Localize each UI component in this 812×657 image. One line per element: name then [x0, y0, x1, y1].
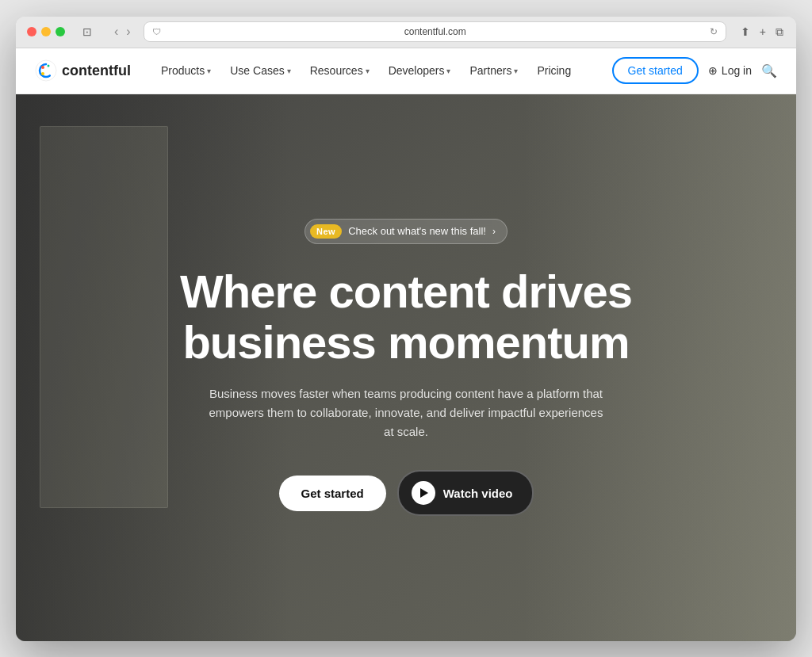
- watch-video-button[interactable]: Watch video: [397, 470, 534, 516]
- new-badge-label: New: [310, 224, 342, 239]
- badge-description: Check out what's new this fall!: [348, 225, 486, 237]
- hero-title: Where content drives business momentum: [180, 266, 632, 368]
- hero-get-started-button[interactable]: Get started: [279, 476, 386, 511]
- address-bar[interactable]: 🛡 contentful.com ↻: [144, 21, 726, 42]
- nav-actions: Get started ⊕ Log in 🔍: [612, 57, 777, 84]
- new-tab-button[interactable]: +: [758, 24, 768, 40]
- url-text: contentful.com: [166, 26, 705, 37]
- browser-controls: ⊡: [76, 23, 98, 40]
- close-button[interactable]: [27, 27, 36, 36]
- svg-point-2: [41, 72, 44, 75]
- chevron-down-icon: ▾: [446, 67, 450, 75]
- chevron-down-icon: ▾: [207, 67, 211, 75]
- navbar: contentful Products ▾ Use Cases ▾ Resour…: [16, 48, 796, 94]
- svg-point-1: [41, 66, 44, 69]
- hero-section: New Check out what's new this fall! › Wh…: [16, 94, 796, 641]
- play-icon: [412, 481, 435, 505]
- nav-use-cases[interactable]: Use Cases ▾: [222, 59, 298, 82]
- nav-resources[interactable]: Resources ▾: [302, 59, 377, 82]
- chevron-down-icon: ▾: [366, 67, 370, 75]
- nav-links: Products ▾ Use Cases ▾ Resources ▾ Devel…: [153, 59, 612, 82]
- play-triangle-icon: [420, 488, 428, 498]
- nav-developers[interactable]: Developers ▾: [381, 59, 459, 82]
- sidebar-toggle-button[interactable]: ⊡: [76, 23, 98, 40]
- browser-window: ⊡ ‹ › 🛡 contentful.com ↻ ⬆ + ⧉: [16, 17, 796, 641]
- search-icon[interactable]: 🔍: [761, 63, 777, 78]
- forward-button[interactable]: ›: [123, 23, 133, 40]
- new-badge-banner[interactable]: New Check out what's new this fall! ›: [304, 219, 508, 244]
- hero-buttons: Get started Watch video: [180, 470, 632, 516]
- nav-buttons: ‹ ›: [111, 23, 134, 40]
- browser-titlebar: ⊡ ‹ › 🛡 contentful.com ↻ ⬆ + ⧉: [16, 17, 796, 48]
- login-button[interactable]: ⊕ Log in: [708, 64, 752, 77]
- nav-pricing[interactable]: Pricing: [529, 59, 579, 82]
- security-icon: 🛡: [152, 27, 161, 36]
- nav-products[interactable]: Products ▾: [153, 59, 219, 82]
- traffic-lights: [27, 27, 65, 36]
- reload-button[interactable]: ↻: [710, 26, 718, 37]
- share-button[interactable]: ⬆: [739, 24, 752, 40]
- hero-content: New Check out what's new this fall! › Wh…: [164, 219, 648, 517]
- back-button[interactable]: ‹: [111, 23, 121, 40]
- get-started-nav-button[interactable]: Get started: [612, 57, 699, 84]
- logo-icon: [35, 59, 57, 82]
- logo[interactable]: contentful: [35, 59, 131, 82]
- hero-subtitle: Business moves faster when teams produci…: [208, 384, 604, 441]
- svg-point-3: [48, 65, 50, 67]
- chevron-down-icon: ▾: [287, 67, 291, 75]
- maximize-button[interactable]: [56, 27, 65, 36]
- badge-chevron-icon: ›: [492, 226, 496, 237]
- chevron-down-icon: ▾: [514, 67, 518, 75]
- logo-text: contentful: [62, 63, 131, 79]
- login-icon: ⊕: [708, 64, 718, 77]
- tabs-button[interactable]: ⧉: [774, 24, 785, 40]
- website-content: contentful Products ▾ Use Cases ▾ Resour…: [16, 48, 796, 641]
- nav-partners[interactable]: Partners ▾: [462, 59, 526, 82]
- minimize-button[interactable]: [41, 27, 51, 36]
- browser-actions: ⬆ + ⧉: [739, 24, 785, 40]
